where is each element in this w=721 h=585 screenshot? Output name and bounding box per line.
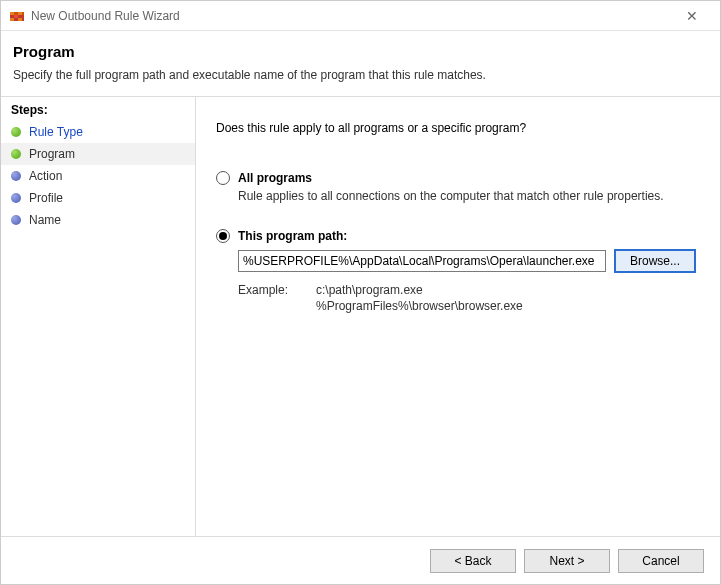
close-button[interactable]: ✕ [672,8,712,24]
step-name[interactable]: Name [1,209,195,231]
example-values: c:\path\program.exe %ProgramFiles%\brows… [316,283,523,314]
question-text: Does this rule apply to all programs or … [216,121,696,135]
page-subtitle: Specify the full program path and execut… [13,68,708,82]
step-rule-type[interactable]: Rule Type [1,121,195,143]
cancel-button[interactable]: Cancel [618,549,704,573]
body: Steps: Rule Type Program Action Profile … [1,97,720,536]
step-bullet-icon [11,127,21,137]
example-line-1: c:\path\program.exe [316,283,523,299]
svg-rect-2 [10,12,14,15]
page-title: Program [13,43,708,60]
firewall-icon [9,8,25,24]
step-profile[interactable]: Profile [1,187,195,209]
back-button[interactable]: < Back [430,549,516,573]
step-bullet-icon [11,171,21,181]
next-button[interactable]: Next > [524,549,610,573]
header: Program Specify the full program path an… [1,31,720,97]
option-program-path: This program path: Browse... Example: c:… [216,229,696,314]
steps-label: Steps: [1,103,195,121]
step-label: Program [29,147,75,161]
step-action[interactable]: Action [1,165,195,187]
radio-program-path[interactable] [216,229,230,243]
step-bullet-icon [11,193,21,203]
step-label: Profile [29,191,63,205]
program-path-input[interactable] [238,250,606,272]
svg-rect-4 [14,15,18,18]
step-bullet-icon [11,149,21,159]
step-label: Name [29,213,61,227]
wizard-window: New Outbound Rule Wizard ✕ Program Speci… [0,0,721,585]
svg-rect-6 [18,18,22,21]
svg-rect-3 [18,12,22,15]
main-panel: Does this rule apply to all programs or … [196,97,720,536]
option-all-programs: All programs Rule applies to all connect… [216,171,696,203]
step-program[interactable]: Program [1,143,195,165]
titlebar: New Outbound Rule Wizard ✕ [1,1,720,31]
footer: < Back Next > Cancel [1,536,720,584]
radio-all-programs[interactable] [216,171,230,185]
step-label: Action [29,169,62,183]
radio-all-programs-desc: Rule applies to all connections on the c… [238,189,696,203]
window-title: New Outbound Rule Wizard [31,9,672,23]
radio-program-path-label: This program path: [238,229,347,243]
svg-rect-5 [10,18,14,21]
radio-all-programs-label: All programs [238,171,312,185]
step-label: Rule Type [29,125,83,139]
browse-button[interactable]: Browse... [614,249,696,273]
example-label: Example: [238,283,316,314]
example-line-2: %ProgramFiles%\browser\browser.exe [316,299,523,315]
step-bullet-icon [11,215,21,225]
steps-sidebar: Steps: Rule Type Program Action Profile … [1,97,196,536]
